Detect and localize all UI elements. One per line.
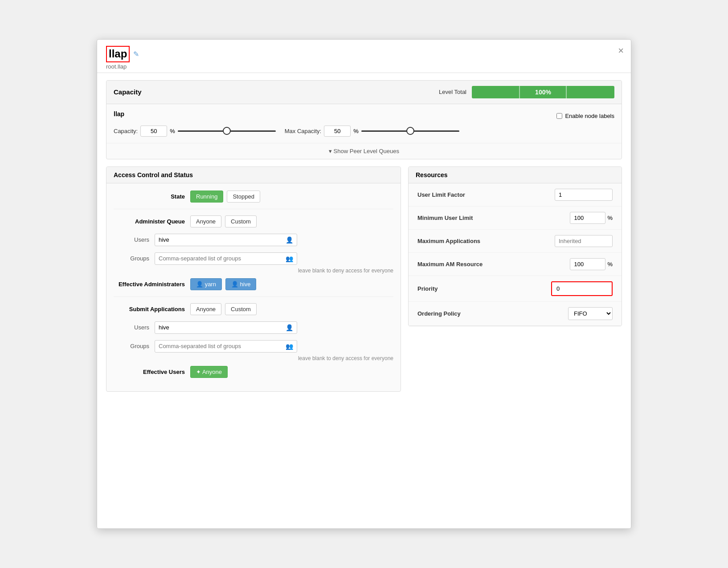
resources-body: User Limit Factor Minimum User Limit % M xyxy=(409,183,622,326)
submit-custom-button[interactable]: Custom xyxy=(225,303,257,315)
effective-users-label: Effective Users xyxy=(114,369,185,375)
close-button[interactable]: × xyxy=(618,46,624,56)
submit-users-input-wrapper: 👤 xyxy=(155,321,297,334)
main-columns: Access Control and Status State Running … xyxy=(106,166,622,392)
priority-input[interactable] xyxy=(553,283,611,294)
state-label: State xyxy=(114,193,185,200)
administer-users-label: Users xyxy=(114,236,149,243)
administer-groups-input[interactable] xyxy=(155,253,282,264)
user-icon: 👤 xyxy=(282,234,297,246)
ordering-policy-label: Ordering Policy xyxy=(417,310,461,317)
stopped-button[interactable]: Stopped xyxy=(227,191,260,203)
capacity-title: Capacity xyxy=(114,88,142,96)
submit-users-label: Users xyxy=(114,324,149,331)
submit-groups-input[interactable] xyxy=(155,341,282,352)
administer-users-row: Users 👤 xyxy=(114,234,393,246)
modal-body: Capacity Level Total 100% llap Enable no… xyxy=(97,73,631,399)
edit-icon[interactable]: ✎ xyxy=(133,50,139,58)
administer-queue-label: Administer Queue xyxy=(114,218,185,225)
access-control-section: Access Control and Status State Running … xyxy=(106,166,401,392)
queue-name: llap xyxy=(114,110,124,118)
hive-admin-badge: 👤 hive xyxy=(225,278,256,290)
show-peer-queues-toggle[interactable]: ▾ Show Peer Level Queues xyxy=(106,143,622,159)
star-icon: ✦ xyxy=(196,369,201,375)
state-row: State Running Stopped xyxy=(114,191,393,203)
group-icon: 👥 xyxy=(282,253,297,264)
level-total-area: Level Total 100% xyxy=(439,86,614,98)
administer-anyone-button[interactable]: Anyone xyxy=(190,215,221,227)
max-am-resource-pct: % xyxy=(607,261,613,268)
max-am-resource-input[interactable] xyxy=(570,258,605,270)
effective-admins-row: Effective Administraters 👤 yarn 👤 hive xyxy=(114,278,393,290)
administer-queue-row: Administer Queue Anyone Custom xyxy=(114,215,393,227)
submit-groups-row: Groups 👥 xyxy=(114,340,393,353)
capacity-body: llap Enable node labels Capacity: % xyxy=(106,104,622,143)
max-capacity-input[interactable] xyxy=(324,126,351,137)
capacity-input[interactable] xyxy=(140,126,167,137)
effective-anyone-badge: ✦ Anyone xyxy=(190,366,228,378)
enable-node-labels-label[interactable]: Enable node labels xyxy=(556,113,614,119)
administer-groups-row: Groups 👥 xyxy=(114,252,393,265)
priority-row: Priority xyxy=(409,276,622,302)
min-user-limit-group: % xyxy=(570,212,613,224)
min-user-limit-input[interactable] xyxy=(570,212,605,224)
progress-value: 100% xyxy=(535,89,551,96)
priority-box xyxy=(551,281,613,296)
min-user-limit-pct: % xyxy=(607,215,613,221)
user-limit-factor-input[interactable] xyxy=(555,189,613,201)
state-buttons: Running Stopped xyxy=(190,191,260,203)
max-applications-input[interactable] xyxy=(555,235,613,247)
administer-hint: leave blank to deny access for everyone xyxy=(114,268,393,274)
modal-header: llap ✎ root.llap × xyxy=(97,40,631,73)
capacity-header: Capacity Level Total 100% xyxy=(106,81,622,104)
max-am-resource-label: Maximum AM Resource xyxy=(417,261,483,268)
hive-admin-label: hive xyxy=(240,281,251,288)
submit-anyone-button[interactable]: Anyone xyxy=(190,303,221,315)
administer-custom-button[interactable]: Custom xyxy=(225,215,257,227)
user-limit-factor-label: User Limit Factor xyxy=(417,191,465,198)
effective-admins-label: Effective Administraters xyxy=(114,281,185,288)
ordering-policy-select[interactable]: FIFO Fair xyxy=(568,307,613,320)
yarn-badge: 👤 yarn xyxy=(190,278,222,290)
ordering-policy-row: Ordering Policy FIFO Fair xyxy=(409,302,622,326)
administer-queue-buttons: Anyone Custom xyxy=(190,215,257,227)
capacity-slider[interactable] xyxy=(178,130,276,132)
submit-hint: leave blank to deny access for everyone xyxy=(114,355,393,361)
enable-node-labels-checkbox[interactable] xyxy=(556,113,562,119)
access-control-body: State Running Stopped Administer Queue A… xyxy=(106,183,401,391)
progress-bar: 100% xyxy=(472,86,614,98)
submit-apps-row: Submit Applications Anyone Custom xyxy=(114,303,393,315)
submit-users-input[interactable] xyxy=(155,322,282,333)
user-icon: 👤 xyxy=(196,281,203,288)
modal-title: llap xyxy=(106,46,130,62)
group-icon-2: 👥 xyxy=(282,341,297,352)
resources-header: Resources xyxy=(409,167,622,183)
max-capacity-slider[interactable] xyxy=(361,130,459,132)
administer-groups-input-wrapper: 👥 xyxy=(155,252,297,265)
yarn-label: yarn xyxy=(205,281,216,288)
submit-users-row: Users 👤 xyxy=(114,321,393,334)
submit-apps-buttons: Anyone Custom xyxy=(190,303,257,315)
administer-groups-label: Groups xyxy=(114,255,149,262)
effective-anyone-label: Anyone xyxy=(202,369,222,375)
effective-admins-badges: 👤 yarn 👤 hive xyxy=(190,278,256,290)
modal-container: llap ✎ root.llap × Capacity Level Total … xyxy=(97,39,631,529)
show-peer-queues-label: Show Peer Level Queues xyxy=(334,148,399,154)
capacity-section: Capacity Level Total 100% llap Enable no… xyxy=(106,80,622,159)
enable-node-labels-text: Enable node labels xyxy=(565,113,614,119)
administer-users-input[interactable] xyxy=(155,234,282,245)
user-icon-2: 👤 xyxy=(282,322,297,333)
max-capacity-label: Max Capacity: xyxy=(285,128,321,134)
modal-subtitle: root.llap xyxy=(106,63,622,70)
capacity-pct: % xyxy=(170,128,175,134)
level-total-label: Level Total xyxy=(439,89,466,95)
min-user-limit-label: Minimum User Limit xyxy=(417,215,473,221)
administer-users-input-wrapper: 👤 xyxy=(155,234,297,246)
effective-users-row: Effective Users ✦ Anyone xyxy=(114,366,393,378)
capacity-field: Capacity: % xyxy=(114,126,276,137)
access-control-header: Access Control and Status xyxy=(106,167,401,183)
max-capacity-field: Max Capacity: % xyxy=(285,126,459,137)
running-button[interactable]: Running xyxy=(190,191,223,203)
max-applications-label: Maximum Applications xyxy=(417,238,480,244)
chevron-down-icon: ▾ xyxy=(329,148,332,154)
